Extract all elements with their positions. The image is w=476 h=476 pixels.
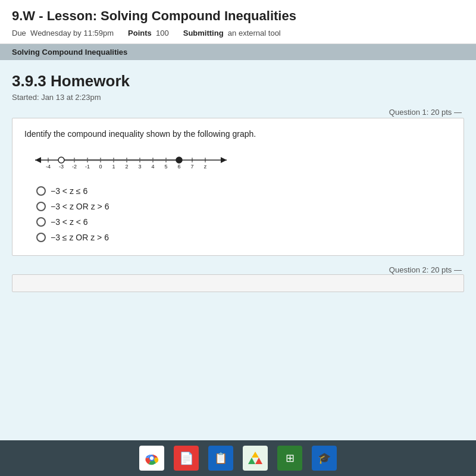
svg-marker-1 bbox=[35, 157, 41, 163]
choice-a-text: −3 < z ≤ 6 bbox=[51, 186, 87, 196]
choice-b-text: −3 < z OR z > 6 bbox=[51, 202, 109, 211]
submitting-label: Submitting bbox=[183, 29, 224, 37]
points-value: 100 bbox=[156, 29, 169, 37]
svg-point-35 bbox=[150, 456, 154, 460]
meta-row: Due Wednesday by 11:59pm Points 100 Subm… bbox=[12, 29, 464, 37]
question2-pts: Question 2: 20 pts bbox=[389, 265, 452, 274]
points-label: Points bbox=[128, 29, 152, 37]
radio-b[interactable] bbox=[36, 202, 46, 211]
question1-text: Identify the compound inequality shown b… bbox=[24, 129, 452, 139]
chrome-icon[interactable] bbox=[139, 446, 164, 471]
svg-point-30 bbox=[58, 157, 64, 163]
submitting-info: Submitting an external tool bbox=[183, 29, 281, 37]
question1-pts: Question 1: 20 pts bbox=[389, 108, 452, 117]
started-text: Started: Jan 13 at 2:23pm bbox=[12, 93, 464, 102]
svg-text:-2: -2 bbox=[72, 164, 77, 170]
answer-choices: −3 < z ≤ 6 −3 < z OR z > 6 −3 < z < 6 −3… bbox=[24, 186, 452, 242]
choice-d-text: −3 ≤ z OR z > 6 bbox=[51, 233, 109, 242]
drive-icon[interactable] bbox=[243, 446, 268, 471]
question1-header: Question 1: 20 pts — bbox=[12, 108, 464, 117]
svg-text:-4: -4 bbox=[46, 164, 51, 170]
svg-text:3: 3 bbox=[138, 164, 141, 170]
number-line: -4 -3 -2 -1 0 1 bbox=[30, 147, 452, 177]
question1-card: Identify the compound inequality shown b… bbox=[12, 118, 464, 256]
choice-b[interactable]: −3 < z OR z > 6 bbox=[36, 202, 452, 211]
svg-text:4: 4 bbox=[151, 164, 154, 170]
question2-header: Question 2: 20 pts — bbox=[12, 265, 464, 274]
submitting-value: an external tool bbox=[228, 29, 281, 37]
docs-blue-icon[interactable]: 📋 bbox=[208, 446, 233, 471]
svg-marker-38 bbox=[255, 458, 262, 464]
sub-header-text: Solving Compound Inequalities bbox=[12, 48, 127, 57]
taskbar: 📄 📋 ⊞ 🎓 bbox=[0, 440, 476, 476]
homework-title: 3.9.3 Homework bbox=[12, 72, 464, 90]
number-line-svg: -4 -3 -2 -1 0 1 bbox=[30, 147, 245, 174]
svg-text:0: 0 bbox=[99, 164, 102, 170]
svg-text:7: 7 bbox=[190, 164, 193, 170]
svg-marker-37 bbox=[252, 452, 259, 458]
radio-d[interactable] bbox=[36, 233, 46, 242]
due-info: Due Wednesday by 11:59pm bbox=[12, 29, 114, 37]
svg-marker-39 bbox=[248, 458, 255, 464]
radio-a[interactable] bbox=[36, 186, 46, 196]
svg-text:5: 5 bbox=[164, 164, 167, 170]
main-content: 3.9.3 Homework Started: Jan 13 at 2:23pm… bbox=[0, 60, 476, 304]
svg-text:-3: -3 bbox=[59, 164, 64, 170]
svg-text:1: 1 bbox=[112, 164, 115, 170]
sub-header: Solving Compound Inequalities bbox=[0, 44, 476, 60]
choice-c[interactable]: −3 < z < 6 bbox=[36, 217, 452, 227]
question2-card-partial bbox=[12, 274, 464, 292]
classroom-icon[interactable]: 🎓 bbox=[312, 446, 337, 471]
due-value: Wednesday by 11:59pm bbox=[30, 29, 114, 37]
choice-c-text: −3 < z < 6 bbox=[51, 217, 88, 227]
drive-red-icon[interactable]: 📄 bbox=[174, 446, 199, 471]
due-label: Due bbox=[12, 29, 26, 37]
svg-text:2: 2 bbox=[125, 164, 128, 170]
svg-text:-1: -1 bbox=[85, 164, 90, 170]
svg-point-31 bbox=[176, 157, 182, 163]
svg-text:6: 6 bbox=[177, 164, 180, 170]
svg-text:z: z bbox=[204, 164, 207, 170]
radio-c[interactable] bbox=[36, 217, 46, 227]
sheets-icon[interactable]: ⊞ bbox=[277, 446, 302, 471]
choice-a[interactable]: −3 < z ≤ 6 bbox=[36, 186, 452, 196]
top-header: 9.W - Lesson: Solving Compound Inequalit… bbox=[0, 0, 476, 44]
points-info: Points 100 bbox=[128, 29, 169, 37]
choice-d[interactable]: −3 ≤ z OR z > 6 bbox=[36, 233, 452, 242]
page-title: 9.W - Lesson: Solving Compound Inequalit… bbox=[12, 8, 464, 24]
svg-marker-2 bbox=[221, 157, 227, 163]
